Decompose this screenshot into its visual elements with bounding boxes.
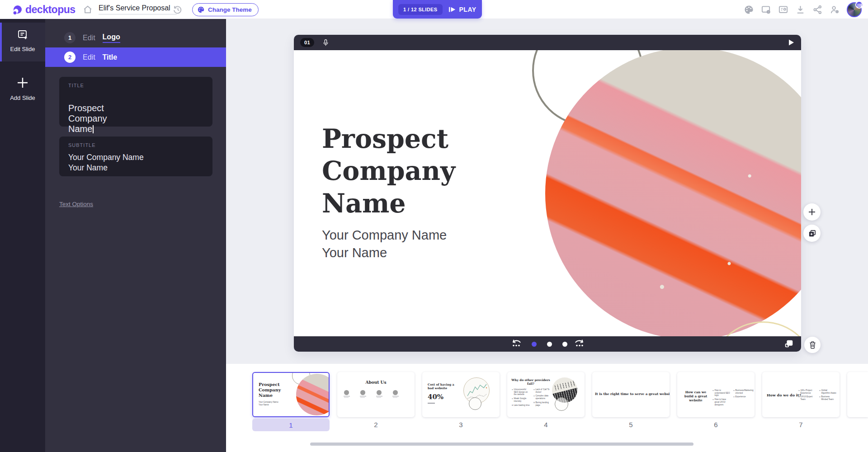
step-number: 2 [64,52,75,63]
slide-number-badge: 01 [300,38,314,47]
workspace-badge-icon [855,1,863,9]
decktopus-logo[interactable]: decktopus [12,4,75,16]
edit-slide-label: Edit Slide [0,46,45,52]
edit-panel: 1 Edit Logo 2 Edit Title TITLE Prospect … [45,19,226,452]
thumb-stat: 40% [428,393,443,401]
theme-palette-icon[interactable] [744,5,754,15]
thumb-title: How can we build a great website [683,390,709,402]
thumbnail-5[interactable]: It is the right time to serve a great we… [592,372,670,417]
add-slide-button[interactable]: Add Slide [0,70,45,108]
thumbnail-1-number[interactable]: 1 [252,419,330,431]
thumb-title: Why do other providers fail? [511,378,551,386]
slide-subtitle-text[interactable]: Your Company Name Your Name [322,226,447,262]
slide-title-text[interactable]: Prospect Company Name [322,122,471,219]
duplicate-icon [808,229,816,238]
presentation-icon[interactable] [778,5,788,15]
thumb-subtitle: Your Company Name Your Name [259,401,278,406]
play-label: PLAY [459,6,476,13]
change-theme-button[interactable]: Change Theme [192,3,259,16]
slide-counter-badge[interactable]: 1 / 12 SLIDES [398,4,443,15]
layout-gallery-icon[interactable] [784,339,794,349]
edit-slide-icon [17,29,28,41]
text-options-link[interactable]: Text Options [59,201,93,207]
thumbnail-7-number[interactable]: 7 [762,421,840,428]
topbar-actions [744,0,862,19]
decktopus-logo-icon [12,5,23,15]
thumbnail-4-number[interactable]: 4 [507,421,585,428]
thumbnail-6-number[interactable]: 6 [677,421,755,428]
subtitle-field[interactable]: SUBTITLE Your Company Name Your Name [59,137,212,176]
thumbnail-1[interactable]: Prospect Company Name Your Company Name … [252,372,330,417]
thumbnail-2[interactable]: About Us [337,372,415,417]
duplicate-slide-button[interactable] [803,225,821,242]
slide-header-bar: 01 [294,35,801,50]
home-icon[interactable] [83,5,93,14]
thumb-title: Prospect Company Name [259,382,281,398]
thumbnail-3-number[interactable]: 3 [422,421,500,428]
editor-canvas: 01 Prospect Company Name Your Company Na… [226,19,868,364]
slide-footer-bar [294,336,801,352]
share-icon[interactable] [812,5,823,15]
add-slide-after-button[interactable] [803,203,821,221]
step-verb: Edit [83,53,95,61]
thumbnail-7[interactable]: How do we do it? 100+ Project Experience… [762,372,840,417]
thumbnail-2-number[interactable]: 2 [337,421,415,428]
play-button[interactable]: PLAY [449,6,476,13]
layout-dot-3[interactable] [562,342,567,347]
add-slide-label: Add Slide [0,94,45,101]
trash-icon [809,341,816,349]
title-field[interactable]: TITLE Prospect Company Name [59,77,212,127]
plus-icon [808,208,816,216]
layout-dot-2[interactable] [547,342,552,347]
thumbnail-strip: Prospect Company Name Your Company Name … [226,364,868,452]
version-history-icon[interactable] [172,4,183,15]
thumbnail-3[interactable]: Cost of having a bad website 40% [422,372,500,417]
plus-icon [16,76,29,89]
step-number: 1 [64,32,75,43]
layout-dot-1[interactable] [532,342,537,347]
thumb-title: About Us [337,380,415,385]
thumbnail-scrollbar[interactable] [310,443,693,446]
edit-slide-tab[interactable]: Edit Slide [0,23,45,61]
step-target: Logo [103,33,120,43]
slide-play-icon[interactable] [788,39,795,46]
title-field-value[interactable]: Prospect Company Name [68,103,107,134]
play-container: 1 / 12 SLIDES PLAY [393,0,482,19]
change-theme-label: Change Theme [208,6,252,13]
display-settings-icon[interactable] [761,5,771,15]
title-field-label: TITLE [68,83,203,88]
thumb-title: It is the right time to serve a great we… [595,392,667,396]
thumb-title: How do we do it? [767,393,801,397]
step-edit-title[interactable]: 2 Edit Title [45,47,226,67]
next-layout-icon[interactable] [573,339,585,349]
collaborators-icon[interactable] [830,5,840,15]
previous-layout-icon[interactable] [511,339,523,349]
play-icon [449,6,456,13]
text-caret [93,125,94,133]
step-target: Title [103,53,118,61]
slide-preview: 01 Prospect Company Name Your Company Na… [294,35,801,352]
left-rail: Edit Slide Add Slide [0,19,45,452]
step-verb: Edit [83,34,95,42]
subtitle-field-label: SUBTITLE [68,142,203,148]
logo-text: decktopus [25,4,75,16]
thumb-title: Cost of having a bad website [428,383,456,391]
microphone-icon[interactable] [322,38,329,47]
thumbnail-6[interactable]: How can we build a great website How to … [677,372,755,417]
thumbnail-5-number[interactable]: 5 [592,421,670,428]
thumbnail-4[interactable]: Why do other providers fail? Unsuccessfu… [507,372,585,417]
top-bar: decktopus Elif's Service Proposal Change… [0,0,868,19]
avatar[interactable] [847,2,862,17]
subtitle-field-value[interactable]: Your Company Name Your Name [68,152,203,173]
step-edit-logo[interactable]: 1 Edit Logo [45,28,226,47]
thumbnail-8-partial[interactable] [847,372,868,417]
delete-slide-button[interactable] [804,337,821,353]
palette-icon [197,6,205,14]
document-title-input[interactable]: Elif's Service Proposal [99,4,177,14]
slide-body: Prospect Company Name Your Company Name … [294,50,801,336]
download-icon[interactable] [795,5,806,15]
